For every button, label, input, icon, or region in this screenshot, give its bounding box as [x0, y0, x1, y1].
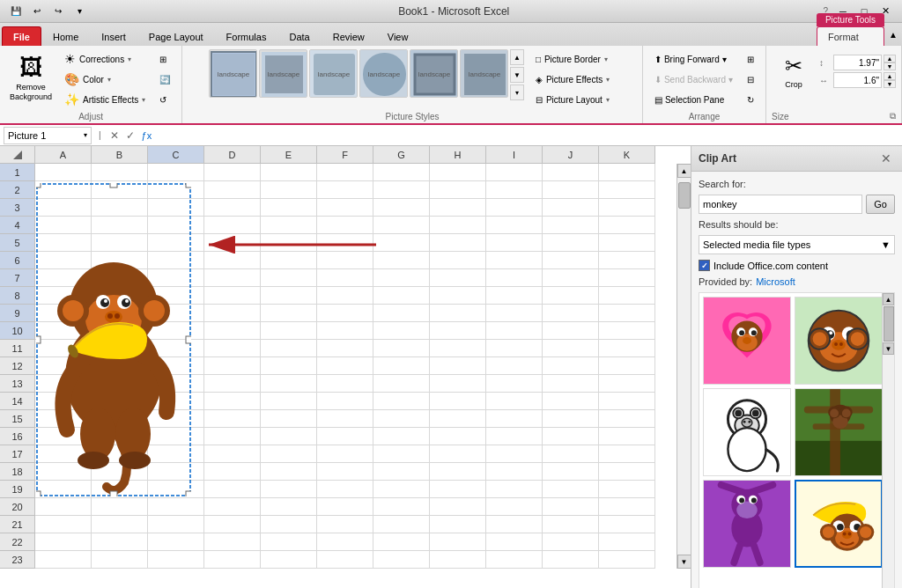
cell-D7[interactable] [204, 269, 261, 287]
cell-K12[interactable] [599, 357, 655, 375]
row-header-21[interactable]: 21 [0, 516, 35, 533]
cell-E8[interactable] [261, 287, 317, 305]
cell-E16[interactable] [261, 428, 317, 445]
clip-art-thumb-1[interactable] [703, 297, 791, 385]
cell-D22[interactable] [204, 533, 261, 551]
cell-J23[interactable] [543, 551, 599, 569]
go-button[interactable]: Go [866, 195, 895, 214]
clip-art-close-btn[interactable]: ✕ [877, 151, 895, 165]
row-header-2[interactable]: 2 [0, 181, 35, 199]
grid-area[interactable] [35, 164, 676, 569]
cell-F11[interactable] [317, 340, 373, 357]
col-header-E[interactable]: E [261, 146, 317, 164]
cell-D20[interactable] [204, 498, 261, 516]
cell-G19[interactable] [373, 481, 430, 498]
cell-C21[interactable] [148, 516, 204, 533]
cell-G21[interactable] [373, 516, 430, 533]
col-header-K[interactable]: K [599, 146, 655, 164]
cell-E22[interactable] [261, 533, 317, 551]
crop-button[interactable]: ✂ Crop [772, 49, 816, 93]
cell-J16[interactable] [543, 428, 599, 445]
cell-J1[interactable] [543, 164, 599, 181]
cell-I20[interactable] [486, 498, 543, 516]
cell-D12[interactable] [204, 357, 261, 375]
row-header-19[interactable]: 19 [0, 481, 35, 498]
cell-J20[interactable] [543, 498, 599, 516]
cell-H8[interactable] [430, 287, 486, 305]
cell-D23[interactable] [204, 551, 261, 569]
insert-function-btn[interactable]: ƒx [140, 130, 154, 141]
monkey-image-container[interactable] [36, 183, 191, 496]
cell-D6[interactable] [204, 252, 261, 269]
cell-E11[interactable] [261, 340, 317, 357]
results-scroll-track[interactable] [883, 306, 894, 342]
cell-K9[interactable] [599, 305, 655, 322]
col-header-I[interactable]: I [486, 146, 543, 164]
style-scroll-up[interactable]: ▲ [510, 49, 524, 65]
row-header-5[interactable]: 5 [0, 234, 35, 252]
col-header-C[interactable]: C [148, 146, 204, 164]
cell-F13[interactable] [317, 375, 373, 393]
cell-H5[interactable] [430, 234, 486, 252]
cell-K4[interactable] [599, 217, 655, 234]
clip-art-thumb-5[interactable] [703, 480, 791, 568]
row-header-9[interactable]: 9 [0, 305, 35, 322]
cell-H2[interactable] [430, 181, 486, 199]
cell-I21[interactable] [486, 516, 543, 533]
cell-K14[interactable] [599, 393, 655, 410]
tab-data[interactable]: Data [277, 26, 321, 46]
row-header-15[interactable]: 15 [0, 410, 35, 428]
cell-D13[interactable] [204, 375, 261, 393]
row-header-10[interactable]: 10 [0, 322, 35, 340]
corner-cell[interactable] [0, 146, 35, 164]
row-header-3[interactable]: 3 [0, 199, 35, 217]
height-spin-down[interactable]: ▼ [884, 62, 896, 70]
cell-G22[interactable] [373, 533, 430, 551]
cell-H10[interactable] [430, 322, 486, 340]
cell-G7[interactable] [373, 269, 430, 287]
cell-B20[interactable] [92, 498, 148, 516]
cell-G13[interactable] [373, 375, 430, 393]
col-header-A[interactable]: A [35, 146, 92, 164]
cell-K23[interactable] [599, 551, 655, 569]
vertical-scrollbar[interactable]: ▲ ▼ [676, 164, 691, 569]
cell-B1[interactable] [92, 164, 148, 181]
cell-H11[interactable] [430, 340, 486, 357]
row-header-20[interactable]: 20 [0, 498, 35, 516]
clip-art-thumb-2[interactable] [795, 297, 883, 385]
row-header-4[interactable]: 4 [0, 217, 35, 234]
selection-pane-button[interactable]: ▤ Selection Pane [648, 90, 739, 109]
cell-F7[interactable] [317, 269, 373, 287]
cell-I22[interactable] [486, 533, 543, 551]
cell-K21[interactable] [599, 516, 655, 533]
style-thumb-4[interactable]: landscape [359, 49, 408, 98]
cell-E17[interactable] [261, 445, 317, 463]
tab-insert[interactable]: Insert [90, 26, 137, 46]
height-input[interactable] [833, 55, 882, 70]
cell-J17[interactable] [543, 445, 599, 463]
cell-G8[interactable] [373, 287, 430, 305]
col-header-J[interactable]: J [543, 146, 599, 164]
cell-G4[interactable] [373, 217, 430, 234]
cell-J13[interactable] [543, 375, 599, 393]
compress-pictures-button[interactable]: ⊞ [153, 49, 176, 69]
row-header-23[interactable]: 23 [0, 551, 35, 569]
cell-F6[interactable] [317, 252, 373, 269]
cell-J18[interactable] [543, 463, 599, 481]
include-office-checkbox[interactable]: ✓ [699, 260, 710, 271]
cell-F4[interactable] [317, 217, 373, 234]
cell-K1[interactable] [599, 164, 655, 181]
cell-D21[interactable] [204, 516, 261, 533]
cell-K17[interactable] [599, 445, 655, 463]
cell-D15[interactable] [204, 410, 261, 428]
cancel-formula-btn[interactable]: ✕ [108, 129, 121, 142]
cell-E19[interactable] [261, 481, 317, 498]
reset-picture-button[interactable]: ↺ [153, 90, 176, 109]
cell-K18[interactable] [599, 463, 655, 481]
cell-J6[interactable] [543, 252, 599, 269]
cell-K13[interactable] [599, 375, 655, 393]
tab-file[interactable]: File [2, 26, 41, 46]
picture-border-button[interactable]: □ Picture Border ▾ [529, 49, 616, 69]
clip-art-thumb-3[interactable] [703, 388, 791, 476]
cell-D16[interactable] [204, 428, 261, 445]
